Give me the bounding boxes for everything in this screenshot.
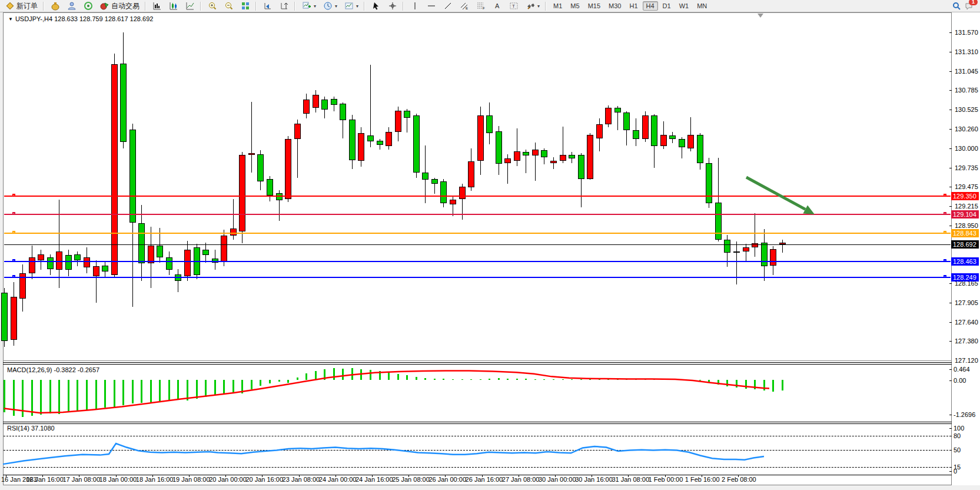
candle-body — [1, 293, 8, 342]
horizontal-level-line-128.463[interactable] — [4, 261, 951, 262]
candle-body — [504, 158, 511, 163]
macd-histogram-bar — [122, 380, 124, 405]
timeframe-button-w1[interactable]: W1 — [676, 1, 693, 11]
gold-pouch-button[interactable] — [48, 0, 63, 12]
zoom-out-button[interactable] — [221, 0, 237, 12]
dropdown-caret-icon[interactable]: ▾ — [537, 4, 540, 9]
candle-body — [65, 255, 72, 270]
hline-button[interactable] — [424, 0, 439, 12]
line-endpoint-handle[interactable] — [12, 259, 15, 262]
candle-body — [102, 266, 108, 272]
candle-body — [440, 181, 447, 204]
tile-windows-button[interactable] — [238, 0, 253, 12]
crosshair-button[interactable] — [385, 0, 400, 12]
bar-chart-button[interactable] — [150, 0, 165, 12]
line-endpoint-handle[interactable] — [12, 212, 15, 215]
trendline-icon — [443, 1, 453, 11]
profiles-button[interactable] — [64, 0, 79, 12]
periods-button[interactable]: ▾ — [320, 0, 340, 12]
price-axis-label: 127.905 — [955, 299, 978, 306]
horizontal-level-line-129.104[interactable] — [4, 214, 951, 215]
timeframe-button-mn[interactable]: MN — [693, 1, 710, 11]
timeframe-button-h1[interactable]: H1 — [626, 1, 641, 11]
line-endpoint-handle[interactable] — [944, 259, 946, 262]
line-endpoint-handle[interactable] — [12, 231, 15, 234]
pane-separator — [3, 422, 952, 422]
candle-body — [431, 179, 438, 184]
macd-histogram-bar — [645, 379, 646, 380]
time-axis-label: 1 Feb 00:00 — [649, 476, 683, 483]
macd-histogram-bar — [370, 370, 371, 380]
line-endpoint-handle[interactable] — [944, 194, 946, 197]
macd-histogram-bar — [132, 380, 134, 403]
timeframe-button-h4[interactable]: H4 — [643, 1, 658, 11]
rsi-axis-tick — [949, 428, 952, 429]
line-chart-button[interactable] — [182, 0, 198, 12]
timeframe-button-d1[interactable]: D1 — [659, 1, 675, 11]
price-axis-label: 129.475 — [955, 183, 978, 190]
dropdown-caret-icon[interactable]: ▾ — [335, 4, 337, 9]
collapse-triangle-icon[interactable]: ▼ — [8, 16, 13, 22]
candle-body — [541, 150, 547, 157]
text-button[interactable]: A — [490, 0, 505, 12]
macd-histogram-bar — [424, 378, 426, 380]
chart-canvas[interactable] — [3, 12, 952, 485]
zoom-in-button[interactable] — [205, 0, 220, 12]
label-button[interactable]: T — [506, 0, 521, 12]
price-axis-label: 131.570 — [955, 29, 978, 36]
macd-histogram-bar — [607, 379, 609, 380]
horizontal-level-line-129.350[interactable] — [4, 196, 951, 197]
price-axis-label: 127.380 — [955, 337, 978, 345]
candlestick-chart-button[interactable] — [166, 0, 181, 12]
chart-shift-button[interactable] — [277, 0, 292, 12]
line-endpoint-handle[interactable] — [944, 275, 946, 278]
notifications-icon[interactable]: 1 — [965, 1, 974, 11]
candle-body — [221, 236, 227, 261]
timeframe-button-m5[interactable]: M5 — [567, 1, 583, 11]
new-order-button[interactable]: 新订单 — [2, 0, 41, 12]
macd-histogram-bar — [297, 378, 298, 380]
vline-button[interactable] — [407, 0, 423, 12]
chart-shift-icon — [280, 1, 289, 11]
line-endpoint-handle[interactable] — [944, 231, 946, 234]
cursor-button[interactable] — [368, 0, 384, 12]
indicators-button[interactable]: ▾ — [299, 0, 319, 12]
candle-body — [377, 141, 383, 145]
templates-button[interactable]: ▾ — [341, 0, 361, 12]
dropdown-caret-icon[interactable]: ▾ — [314, 4, 316, 9]
search-icon[interactable] — [952, 1, 961, 11]
candle-body — [459, 187, 466, 199]
signal-button[interactable] — [81, 0, 96, 12]
price-axis-label: 127.120 — [955, 357, 978, 364]
dropdown-caret-icon[interactable]: ▾ — [356, 4, 358, 9]
shapes-button[interactable]: ▾ — [523, 0, 543, 12]
fibonacci-button[interactable]: F — [473, 0, 489, 12]
line-endpoint-handle[interactable] — [12, 275, 15, 278]
price-axis-label: 130.000 — [955, 145, 978, 152]
candle-body — [651, 115, 657, 145]
auto-scroll-button[interactable] — [260, 0, 275, 12]
timeframe-button-m15[interactable]: M15 — [584, 1, 604, 11]
line-endpoint-handle[interactable] — [12, 194, 15, 197]
line-endpoint-handle[interactable] — [944, 212, 946, 215]
trendline-button[interactable] — [440, 0, 456, 12]
macd-histogram-bar — [571, 379, 573, 380]
candle-body — [184, 250, 191, 276]
macd-histogram-bar — [278, 380, 280, 382]
time-axis-label: 26 Jan 00:00 — [428, 476, 466, 483]
macd-histogram-bar — [351, 368, 353, 380]
channel-button[interactable]: E — [457, 0, 472, 12]
macd-histogram-bar — [726, 380, 728, 386]
candle-body — [120, 64, 127, 143]
horizontal-level-line-128.249[interactable] — [4, 277, 951, 278]
candle-body — [743, 247, 749, 251]
current-price-line[interactable] — [4, 244, 951, 245]
candle-body — [93, 266, 99, 277]
horizontal-level-line-128.843[interactable] — [4, 233, 951, 234]
pane-separator — [3, 362, 952, 363]
price-axis-tick — [949, 206, 952, 207]
timeframe-button-m1[interactable]: M1 — [550, 1, 566, 11]
autotrade-button[interactable]: 自动交易 — [97, 0, 142, 12]
timeframe-button-m30[interactable]: M30 — [605, 1, 624, 11]
price-axis-tick — [949, 129, 952, 130]
